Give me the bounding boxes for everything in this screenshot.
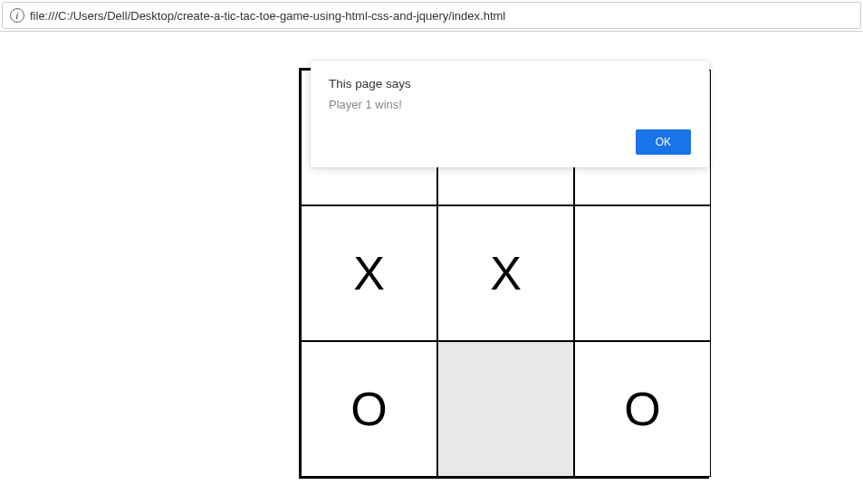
cell-2-0[interactable]: O <box>301 341 437 477</box>
address-bar[interactable]: i file:///C:/Users/Dell/Desktop/create-a… <box>2 2 861 29</box>
alert-title: This page says <box>329 77 691 90</box>
cell-1-2[interactable] <box>574 205 711 341</box>
alert-dialog: This page says Player 1 wins! OK <box>311 61 709 167</box>
cell-1-1[interactable]: X <box>437 205 574 341</box>
cell-2-1[interactable] <box>437 341 574 477</box>
info-icon: i <box>10 8 24 23</box>
cell-1-0[interactable]: X <box>301 205 437 341</box>
content-area: O X X X O O This page says Player 1 wins… <box>0 31 863 504</box>
alert-message: Player 1 wins! <box>329 98 691 111</box>
url-text: file:///C:/Users/Dell/Desktop/create-a-t… <box>30 9 505 23</box>
cell-2-2[interactable]: O <box>574 341 711 477</box>
ok-button[interactable]: OK <box>636 129 691 155</box>
alert-actions: OK <box>329 129 691 155</box>
